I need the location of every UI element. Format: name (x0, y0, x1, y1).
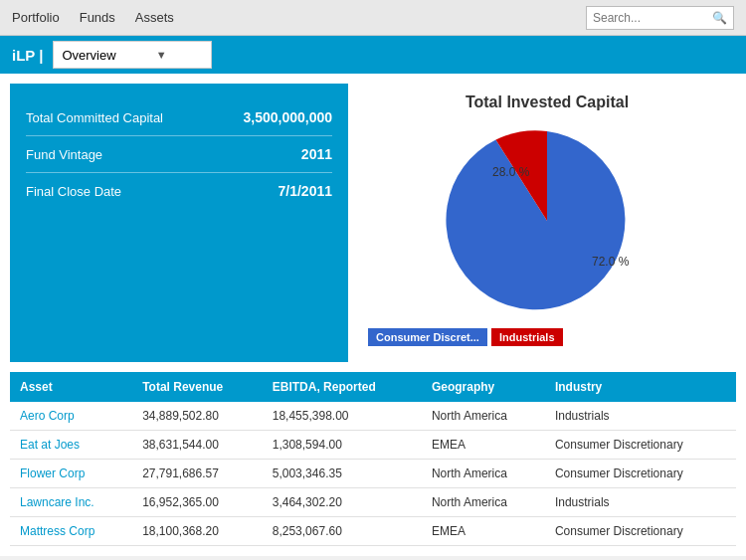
cell-ebitda: 8,253,067.60 (263, 517, 422, 546)
search-icon: 🔍 (712, 11, 727, 25)
cell-ebitda: 5,003,346.35 (263, 460, 422, 488)
cell-industry: Industrials (545, 402, 736, 431)
chart-container: 72.0 % 28.0 % (368, 121, 726, 320)
main-content: Total Committed Capital 3,500,000,000 Fu… (0, 74, 746, 372)
col-ebitda: EBITDA, Reported (263, 372, 422, 402)
cell-ebitda: 1,308,594.00 (263, 431, 422, 460)
table-header-row: Asset Total Revenue EBITDA, Reported Geo… (10, 372, 736, 402)
cell-asset: Lawncare Inc. (10, 488, 132, 517)
asset-link[interactable]: Aero Corp (20, 409, 75, 423)
overview-dropdown[interactable]: Overview ▼ (53, 41, 212, 69)
assets-table: Asset Total Revenue EBITDA, Reported Geo… (10, 372, 736, 546)
final-close-row: Final Close Date 7/1/2011 (26, 173, 332, 209)
cell-asset: Aero Corp (10, 402, 132, 431)
search-input[interactable] (593, 11, 712, 25)
cell-industry: Consumer Discretionary (545, 431, 736, 460)
nav-links: Portfolio Funds Assets (12, 10, 174, 25)
final-close-label: Final Close Date (26, 184, 121, 199)
committed-capital-value: 3,500,000,000 (243, 109, 332, 125)
info-panel: Total Committed Capital 3,500,000,000 Fu… (10, 84, 348, 362)
cell-revenue: 34,889,502.80 (132, 402, 263, 431)
asset-link[interactable]: Flower Corp (20, 467, 85, 480)
table-row: Mattress Corp 18,100,368.20 8,253,067.60… (10, 517, 736, 546)
col-revenue: Total Revenue (132, 372, 263, 402)
table-row: Eat at Joes 38,631,544.00 1,308,594.00 E… (10, 431, 736, 460)
cell-ebitda: 3,464,302.20 (263, 488, 422, 517)
cell-geography: EMEA (422, 517, 545, 546)
chevron-down-icon: ▼ (156, 49, 167, 61)
label-72: 72.0 % (592, 255, 630, 269)
table-row: Aero Corp 34,889,502.80 18,455,398.00 No… (10, 402, 736, 431)
search-box: 🔍 (586, 6, 734, 30)
col-geography: Geography (422, 372, 545, 402)
nav-portfolio[interactable]: Portfolio (12, 10, 60, 25)
fund-vintage-row: Fund Vintage 2011 (26, 136, 332, 173)
nav-funds[interactable]: Funds (80, 10, 115, 25)
cell-asset: Eat at Joes (10, 431, 132, 460)
cell-asset: Mattress Corp (10, 517, 132, 546)
committed-capital-label: Total Committed Capital (26, 110, 163, 125)
cell-geography: EMEA (422, 431, 545, 460)
cell-ebitda: 18,455,398.00 (263, 402, 422, 431)
cell-revenue: 38,631,544.00 (132, 431, 263, 460)
cell-geography: North America (422, 402, 545, 431)
legend-industrials: Industrials (491, 328, 563, 346)
label-28: 28.0 % (492, 165, 530, 179)
fund-vintage-value: 2011 (301, 146, 332, 162)
table-body: Aero Corp 34,889,502.80 18,455,398.00 No… (10, 402, 736, 546)
final-close-value: 7/1/2011 (279, 183, 333, 199)
table-section: Asset Total Revenue EBITDA, Reported Geo… (0, 372, 746, 556)
chart-panel: Total Invested Capital 72.0 % 28.0 % Con… (358, 84, 736, 362)
dropdown-value: Overview (62, 48, 115, 63)
chart-legend: Consumer Discret... Industrials (368, 328, 726, 346)
fund-vintage-label: Fund Vintage (26, 147, 102, 162)
cell-revenue: 27,791,686.57 (132, 460, 263, 488)
nav-assets[interactable]: Assets (135, 10, 174, 25)
asset-link[interactable]: Lawncare Inc. (20, 495, 94, 509)
cell-revenue: 16,952,365.00 (132, 488, 263, 517)
table-row: Lawncare Inc. 16,952,365.00 3,464,302.20… (10, 488, 736, 517)
col-industry: Industry (545, 372, 736, 402)
cell-industry: Industrials (545, 488, 736, 517)
asset-link[interactable]: Eat at Joes (20, 438, 80, 452)
committed-capital-row: Total Committed Capital 3,500,000,000 (26, 99, 332, 136)
table-row: Flower Corp 27,791,686.57 5,003,346.35 N… (10, 460, 736, 488)
ilp-bar: iLP | Overview ▼ (0, 36, 746, 74)
chart-title: Total Invested Capital (368, 93, 726, 111)
cell-revenue: 18,100,368.20 (132, 517, 263, 546)
cell-asset: Flower Corp (10, 460, 132, 488)
cell-geography: North America (422, 460, 545, 488)
pie-chart: 72.0 % 28.0 % (438, 121, 656, 320)
cell-industry: Consumer Discretionary (545, 517, 736, 546)
col-asset: Asset (10, 372, 132, 402)
cell-geography: North America (422, 488, 545, 517)
legend-consumer: Consumer Discret... (368, 328, 487, 346)
asset-link[interactable]: Mattress Corp (20, 524, 94, 538)
ilp-label: iLP | (12, 47, 43, 64)
top-navigation: Portfolio Funds Assets 🔍 (0, 0, 746, 36)
cell-industry: Consumer Discretionary (545, 460, 736, 488)
